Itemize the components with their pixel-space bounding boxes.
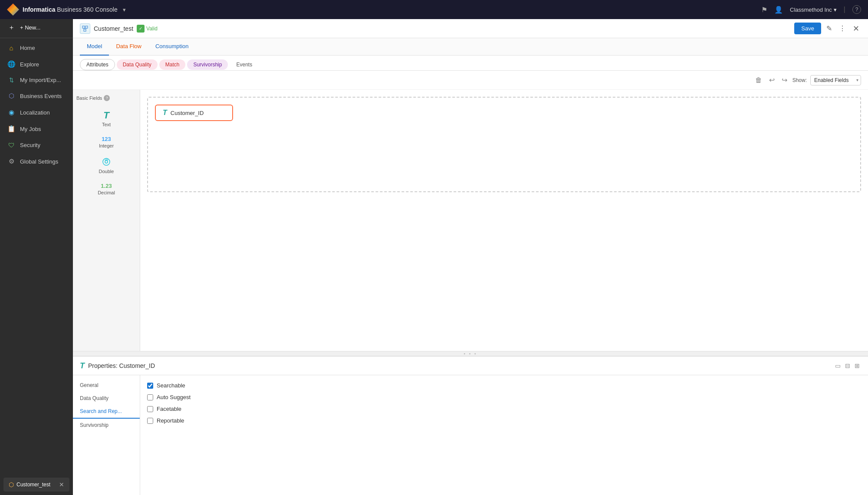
properties-body: General Data Quality Search and Rep... S… (73, 375, 868, 495)
autosuggest-checkbox[interactable] (147, 394, 153, 400)
header-actions: Save ✎ ⋮ ✕ (794, 22, 861, 35)
undo-icon[interactable]: ↩ (767, 74, 776, 86)
integer-type-icon: 123 (102, 136, 111, 142)
valid-check-icon: ✓ (137, 25, 145, 33)
sidebar-item-security[interactable]: 🛡 Security (0, 137, 73, 153)
resize-handle[interactable]: • • • (73, 351, 868, 356)
sidebar-security-label: Security (20, 142, 40, 148)
text-type-icon: T (103, 110, 109, 121)
subtab-events[interactable]: Events (230, 59, 259, 70)
save-button[interactable]: Save (794, 23, 821, 34)
prop-nav-searchrep[interactable]: Search and Rep... (73, 405, 140, 419)
sidebar-settings-label: Global Settings (20, 158, 58, 165)
searchable-checkbox[interactable] (147, 383, 153, 389)
close-button[interactable]: ✕ (851, 22, 861, 35)
redo-icon[interactable]: ↪ (780, 74, 789, 86)
new-button[interactable]: ＋ + New... (0, 19, 73, 36)
security-icon: 🛡 (7, 141, 16, 149)
jobs-icon: 📋 (7, 125, 16, 133)
sidebar-item-import[interactable]: ⇅ My Import/Exp... (0, 72, 73, 88)
properties-nav: General Data Quality Search and Rep... S… (73, 375, 140, 495)
properties-type-icon: T (80, 361, 85, 370)
properties-title: T Properties: Customer_ID (80, 361, 155, 370)
prop-nav-general[interactable]: General (73, 379, 140, 392)
sidebar-import-label: My Import/Exp... (20, 77, 61, 83)
model-icon (80, 23, 90, 34)
sidebar-explore-label: Explore (20, 61, 39, 68)
user-chevron-icon: ▾ (834, 7, 837, 13)
integer-type-label: Integer (99, 143, 114, 148)
show-select-wrapper: Enabled Fields All Fields Disabled Field… (810, 75, 861, 85)
flag-icon[interactable]: ⚑ (761, 6, 767, 14)
layout-triple-icon[interactable]: ⊞ (853, 361, 861, 370)
customer-tab-close-icon[interactable]: ✕ (59, 481, 64, 488)
layout-single-icon[interactable]: ▭ (834, 361, 842, 370)
new-label: + New... (20, 24, 40, 31)
tab-consumption[interactable]: Consumption (148, 38, 196, 56)
informatica-logo (7, 3, 19, 16)
canvas-dashed-border: T Customer_ID (147, 97, 861, 192)
properties-content: Searchable Auto Suggest Facetable R (140, 375, 868, 495)
sidebar-localization-label: Localization (20, 109, 50, 116)
user-menu[interactable]: Classmethod Inc ▾ (790, 7, 837, 13)
tab-dataflow[interactable]: Data Flow (109, 38, 148, 56)
sidebar-home-label: Home (20, 45, 35, 51)
text-type-label: Text (102, 122, 111, 127)
show-label: Show: (792, 77, 807, 83)
subtab-dataquality[interactable]: Data Quality (117, 59, 158, 70)
content-area: Customer_test ✓ Valid Save ✎ ⋮ ✕ Model D… (73, 19, 868, 495)
properties-layout-icons: ▭ ⊟ ⊞ (834, 361, 861, 370)
subtab-match[interactable]: Match (159, 59, 186, 70)
tab-model[interactable]: Model (80, 38, 109, 56)
facetable-checkbox[interactable] (147, 406, 153, 412)
basic-fields-header: Basic Fields ? (76, 95, 136, 101)
fields-workspace: Basic Fields ? T Text 123 Integer (73, 90, 868, 495)
sidebar-item-myjobs[interactable]: 📋 My Jobs (0, 121, 73, 137)
valid-badge: ✓ Valid (137, 25, 158, 33)
sidebar-item-bizevents[interactable]: ⬡ Business Events (0, 88, 73, 104)
help-icon[interactable]: ? (852, 5, 861, 14)
content-header: Customer_test ✓ Valid Save ✎ ⋮ ✕ (73, 19, 868, 38)
topbar-chevron-icon[interactable]: ▾ (123, 7, 126, 13)
valid-label: Valid (146, 26, 158, 32)
reportable-row: Reportable (147, 417, 861, 424)
prop-nav-survivorship[interactable]: Survivorship (73, 419, 140, 432)
field-type-double[interactable]: 100 Double (76, 154, 136, 177)
svg-rect-0 (82, 26, 85, 28)
autosuggest-row: Auto Suggest (147, 394, 861, 400)
field-type-integer[interactable]: 123 Integer (76, 132, 136, 152)
field-type-decimal[interactable]: 1.23 Decimal (76, 179, 136, 199)
person-icon[interactable]: 👤 (774, 6, 783, 14)
reportable-checkbox[interactable] (147, 418, 153, 424)
delete-icon[interactable]: 🗑 (753, 75, 764, 86)
basic-fields-panel: Basic Fields ? T Text 123 Integer (73, 90, 140, 351)
svg-rect-1 (85, 26, 88, 28)
page-title: Customer_test (94, 25, 133, 32)
properties-header: T Properties: Customer_ID ▭ ⊟ ⊞ (73, 357, 868, 375)
double-type-icon: 100 (102, 157, 111, 168)
subtab-attributes[interactable]: Attributes (80, 59, 115, 70)
subtab-survivorship[interactable]: Survivorship (187, 59, 228, 70)
field-type-text[interactable]: T Text (76, 106, 136, 131)
sidebar-item-settings[interactable]: ⚙ Global Settings (0, 153, 73, 170)
customer-id-field-card[interactable]: T Customer_ID (155, 105, 233, 121)
import-icon: ⇅ (7, 77, 16, 83)
layout-double-icon[interactable]: ⊟ (844, 361, 852, 370)
main-layout: ＋ + New... ⌂ Home 🌐 Explore ⇅ My Import/… (0, 19, 868, 495)
sidebar-item-explore[interactable]: 🌐 Explore (0, 56, 73, 72)
sidebar-item-localization[interactable]: ◉ Localization (0, 104, 73, 121)
prop-nav-dataquality[interactable]: Data Quality (73, 392, 140, 405)
more-options-icon[interactable]: ⋮ (837, 23, 848, 34)
show-select[interactable]: Enabled Fields All Fields Disabled Field… (810, 75, 861, 85)
properties-panel: T Properties: Customer_ID ▭ ⊟ ⊞ General … (73, 356, 868, 495)
explore-icon: 🌐 (7, 60, 16, 68)
customer-tab-icon: ⬡ (9, 481, 14, 488)
customer-tab-label: Customer_test (16, 482, 50, 488)
help-icon[interactable]: ? (104, 95, 110, 101)
double-type-label: Double (99, 169, 114, 174)
edit-icon[interactable]: ✎ (825, 23, 834, 34)
reportable-label: Reportable (157, 417, 184, 424)
decimal-type-icon: 1.23 (101, 183, 112, 189)
sidebar-item-home[interactable]: ⌂ Home (0, 40, 73, 56)
customer-test-tab[interactable]: ⬡ Customer_test ✕ (3, 478, 69, 492)
